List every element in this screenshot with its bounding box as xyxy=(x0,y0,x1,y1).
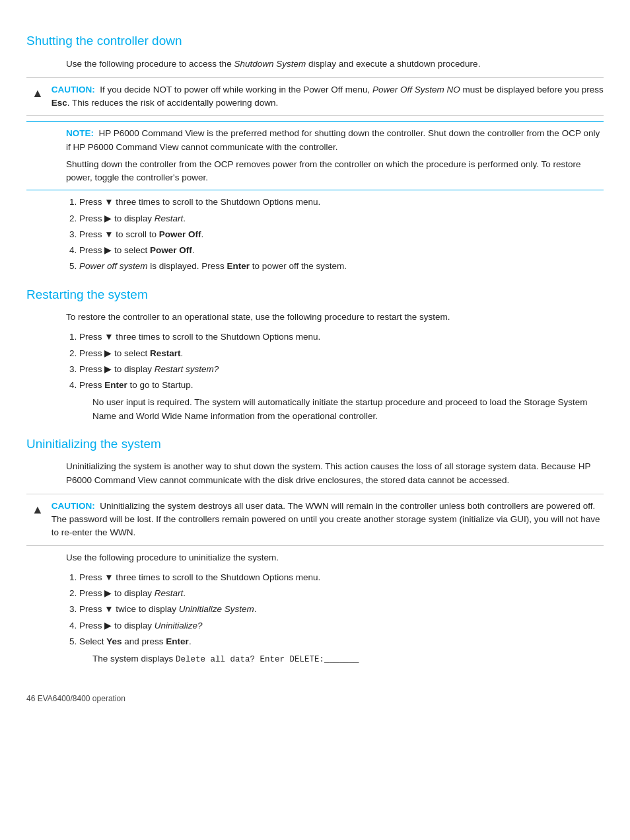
list-item: Select Yes and press Enter. xyxy=(79,635,604,648)
section1-intro: Use the following procedure to access th… xyxy=(66,57,604,71)
section3-intro: Uninitializing the system is another way… xyxy=(66,460,604,487)
section2-title: Restarting the system xyxy=(26,286,604,305)
section3-caution-body: Uninitializing the system destroys all u… xyxy=(52,501,600,538)
list-item: Press ▼ three times to scroll to the Shu… xyxy=(79,571,604,584)
caution-label: CAUTION: xyxy=(52,85,95,95)
section3-caution-text: CAUTION: Uninitializing the system destr… xyxy=(52,500,604,540)
caution-icon-2: ▲ xyxy=(32,501,44,519)
list-item: Press ▼ three times to scroll to the Shu… xyxy=(79,196,604,209)
section2-steps: Press ▼ three times to scroll to the Shu… xyxy=(79,330,604,392)
section1-title: Shutting the controller down xyxy=(26,32,604,51)
note-line2: Shutting down the controller from the OC… xyxy=(66,158,604,185)
esc-key: Esc xyxy=(52,98,67,108)
section3-title: Uninitializing the system xyxy=(26,435,604,454)
list-item: Press Enter to go to Startup. xyxy=(79,379,604,392)
list-item: Press ▶ to display Uninitialize? xyxy=(79,619,604,632)
list-item: Power off system is displayed. Press Ent… xyxy=(79,260,604,273)
note-label: NOTE: xyxy=(66,128,94,138)
system-displays-line: The system displays Delete all data? Ent… xyxy=(92,652,604,666)
list-item: Press ▼ three times to scroll to the Shu… xyxy=(79,330,604,344)
section1-note-box: NOTE: HP P6000 Command View is the prefe… xyxy=(26,121,604,190)
section2-intro: To restore the controller to an operatio… xyxy=(66,311,604,324)
caution-icon: ▲ xyxy=(32,85,44,102)
section3-steps: Press ▼ three times to scroll to the Shu… xyxy=(79,571,604,648)
list-item: Press ▶ to display Restart. xyxy=(79,212,604,225)
section1-steps: Press ▼ three times to scroll to the Shu… xyxy=(79,196,604,273)
shutdown-system-italic: Shutdown System xyxy=(234,59,306,69)
list-item: Press ▶ to display Restart system? xyxy=(79,363,604,376)
section3-intro2: Use the following procedure to uninitial… xyxy=(66,551,604,564)
list-item: Press ▶ to display Restart. xyxy=(79,587,604,600)
section3-caution-box: ▲ CAUTION: Uninitializing the system des… xyxy=(26,494,604,546)
power-off-system-no: Power Off System NO xyxy=(372,85,460,95)
note-line1: NOTE: HP P6000 Command View is the prefe… xyxy=(66,127,604,154)
list-item: Press ▶ to select Power Off. xyxy=(79,244,604,257)
section1-caution-text: CAUTION: If you decide NOT to power off … xyxy=(52,83,604,110)
system-displays-text: The system displays xyxy=(92,654,173,664)
section1-caution-box: ▲ CAUTION: If you decide NOT to power of… xyxy=(26,77,604,116)
list-item: Press ▼ to scroll to Power Off. xyxy=(79,228,604,241)
footer-text: 46 EVA6400/8400 operation xyxy=(26,694,125,703)
mono-command: Delete all data? Enter DELETE:_______ xyxy=(176,655,359,664)
page-footer: 46 EVA6400/8400 operation xyxy=(26,693,604,705)
list-item: Press ▼ twice to display Uninitialize Sy… xyxy=(79,603,604,616)
caution-label-2: CAUTION: xyxy=(52,501,95,511)
list-item: Press ▶ to select Restart. xyxy=(79,347,604,360)
section2-sub-para: No user input is required. The system wi… xyxy=(92,396,604,423)
